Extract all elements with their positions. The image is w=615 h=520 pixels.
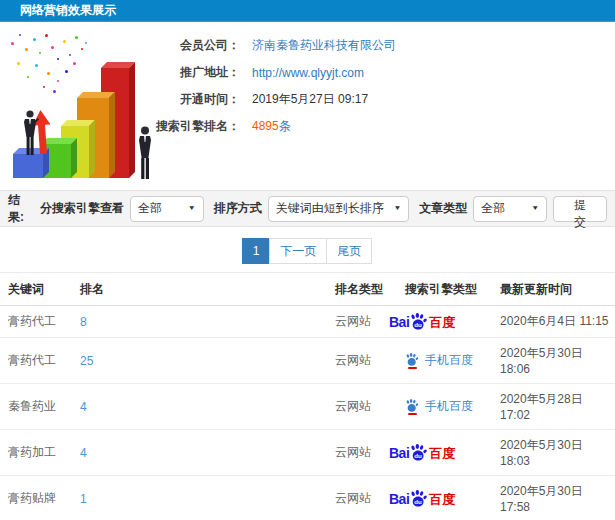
engine-select[interactable]: 全部 ▼ — [130, 196, 204, 222]
sort-filter-label: 排序方式 — [214, 200, 262, 217]
baidu-pc-logo: Bai du 百度 — [389, 490, 455, 506]
table-body: 膏药代工 8 云网站 Bai du 百度 — [0, 306, 615, 520]
sort-select[interactable]: 关键词由短到长排序 ▼ — [268, 196, 410, 222]
company-info: 会员公司： 济南秦鲁药业科技有限公司 推广地址： http://www.qlyy… — [130, 32, 396, 140]
promo-url-row: 推广地址： http://www.qlyyjt.com — [130, 59, 396, 86]
page-title: 网络营销效果展示 — [20, 3, 116, 17]
table-row: 膏药贴牌 1 云网站 Bai du 百度 — [0, 476, 615, 520]
submit-button[interactable]: 提交 — [553, 196, 607, 222]
svg-text:du: du — [415, 321, 423, 328]
col-header-rank-type: 排名类型 — [335, 273, 405, 306]
engine-select-value: 全部 — [138, 200, 162, 217]
summary-section: 会员公司： 济南秦鲁药业科技有限公司 推广地址： http://www.qlyy… — [0, 22, 615, 190]
baidu-pc-logo: Bai du 百度 — [389, 444, 455, 460]
engine-rank-row: 搜索引擎排名： 4895条 — [130, 113, 396, 140]
engine-filter-label: 分搜索引擎查看 — [40, 200, 124, 217]
promo-url-link[interactable]: http://www.qlyyjt.com — [252, 66, 364, 80]
updated-cell: 2020年6月4日 11:15 — [500, 306, 615, 338]
engine-cell: Bai du 百度 — [405, 430, 500, 476]
engine-cell: Bai du 百度 — [405, 476, 500, 520]
next-page-button[interactable]: 下一页 — [269, 238, 327, 264]
member-company-label: 会员公司： — [130, 37, 240, 54]
updated-cell: 2020年5月30日 18:03 — [500, 430, 615, 476]
rank-link[interactable]: 25 — [80, 354, 93, 368]
baidu-wordmark: Bai — [389, 315, 409, 329]
pagination: 1 下一页 尾页 — [0, 227, 615, 270]
col-header-rank: 排名 — [80, 273, 335, 306]
open-time-label: 开通时间： — [130, 91, 240, 108]
baidu-mobile-logo: 手机百度 — [405, 352, 473, 369]
keyword-cell: 膏药代工 — [0, 338, 80, 384]
col-header-updated: 最新更新时间 — [500, 273, 615, 306]
page-1-button[interactable]: 1 — [242, 238, 271, 264]
baidu-wordmark: Bai — [389, 492, 409, 506]
table-row: 秦鲁药业 4 云网站 Bai du 百度 — [0, 384, 615, 430]
rank-link[interactable]: 4 — [80, 400, 87, 414]
rank-link[interactable]: 1 — [80, 492, 87, 506]
table-header-row: 关键词 排名 排名类型 搜索引擎类型 最新更新时间 — [0, 273, 615, 306]
businessman-right — [135, 126, 155, 180]
member-company-row: 会员公司： 济南秦鲁药业科技有限公司 — [130, 32, 396, 59]
baidu-mobile-paw-icon — [405, 353, 419, 369]
table-row: 膏药加工 4 云网站 Bai du 百度 — [0, 430, 615, 476]
rank-count: 4895 — [252, 119, 279, 133]
engine-rank-value: 4895条 — [252, 118, 291, 135]
updated-cell: 2020年5月30日 17:58 — [500, 476, 615, 520]
engine-cell: Bai du 百度 — [405, 338, 500, 384]
rank-type-cell: 云网站 — [335, 384, 405, 430]
rank-link[interactable]: 8 — [80, 315, 87, 329]
keyword-cell: 膏药贴牌 — [0, 476, 80, 520]
filter-controls: 分搜索引擎查看 全部 ▼ 排序方式 关键词由短到长排序 ▼ 文章类型 全部 ▼ … — [36, 196, 607, 222]
baidu-paw-icon: du — [409, 313, 428, 330]
baidu-paw-icon: du — [409, 490, 428, 507]
sort-select-value: 关键词由短到长排序 — [276, 200, 384, 217]
baidu-cn-wordmark: 百度 — [429, 447, 455, 460]
page-header: 网络营销效果展示 — [0, 0, 615, 22]
baidu-cn-wordmark: 百度 — [429, 493, 455, 506]
open-time-row: 开通时间： 2019年5月27日 09:17 — [130, 86, 396, 113]
col-header-keyword: 关键词 — [0, 273, 80, 306]
engine-cell: Bai du 百度 — [405, 306, 500, 338]
article-type-select-value: 全部 — [481, 200, 505, 217]
baidu-mobile-paw-icon — [405, 399, 419, 415]
open-time-value: 2019年5月27日 09:17 — [252, 91, 368, 108]
chevron-down-icon: ▼ — [531, 205, 539, 212]
promo-url-label: 推广地址： — [130, 64, 240, 81]
last-page-button[interactable]: 尾页 — [326, 238, 372, 264]
baidu-mobile-logo: 手机百度 — [405, 398, 473, 415]
article-type-select[interactable]: 全部 ▼ — [473, 196, 547, 222]
blue-bar — [13, 154, 43, 178]
baidu-paw-icon: du — [409, 444, 428, 461]
keyword-cell: 膏药加工 — [0, 430, 80, 476]
rank-type-cell: 云网站 — [335, 338, 405, 384]
results-table: 关键词 排名 排名类型 搜索引擎类型 最新更新时间 膏药代工 8 云网站 Bai… — [0, 272, 615, 520]
baidu-cn-wordmark: 百度 — [429, 316, 455, 329]
rank-count-suffix: 条 — [279, 119, 291, 133]
svg-text:du: du — [415, 498, 423, 505]
page: 网络营销效果展示 — [0, 0, 615, 520]
chevron-down-icon: ▼ — [188, 205, 196, 212]
member-company-link[interactable]: 济南秦鲁药业科技有限公司 — [252, 37, 396, 54]
baidu-wordmark: Bai — [389, 446, 409, 460]
baidu-pc-logo: Bai du 百度 — [389, 313, 455, 329]
article-type-label: 文章类型 — [419, 200, 467, 217]
filter-bar: 结果: 分搜索引擎查看 全部 ▼ 排序方式 关键词由短到长排序 ▼ 文章类型 全… — [0, 190, 615, 227]
keyword-cell: 秦鲁药业 — [0, 384, 80, 430]
updated-cell: 2020年5月30日 18:06 — [500, 338, 615, 384]
engine-cell: Bai du 百度 — [405, 384, 500, 430]
svg-text:du: du — [415, 452, 423, 459]
businessman-left — [21, 110, 39, 156]
updated-cell: 2020年5月28日 17:02 — [500, 384, 615, 430]
result-label: 结果: — [8, 192, 36, 226]
rank-link[interactable]: 4 — [80, 446, 87, 460]
mobile-baidu-label: 手机百度 — [425, 398, 473, 415]
table-row: 膏药代工 8 云网站 Bai du 百度 — [0, 306, 615, 338]
keyword-cell: 膏药代工 — [0, 306, 80, 338]
chevron-down-icon: ▼ — [393, 205, 401, 212]
mobile-baidu-label: 手机百度 — [425, 352, 473, 369]
table-row: 膏药代工 25 云网站 Bai du 百度 — [0, 338, 615, 384]
col-header-engine-type: 搜索引擎类型 — [405, 273, 500, 306]
